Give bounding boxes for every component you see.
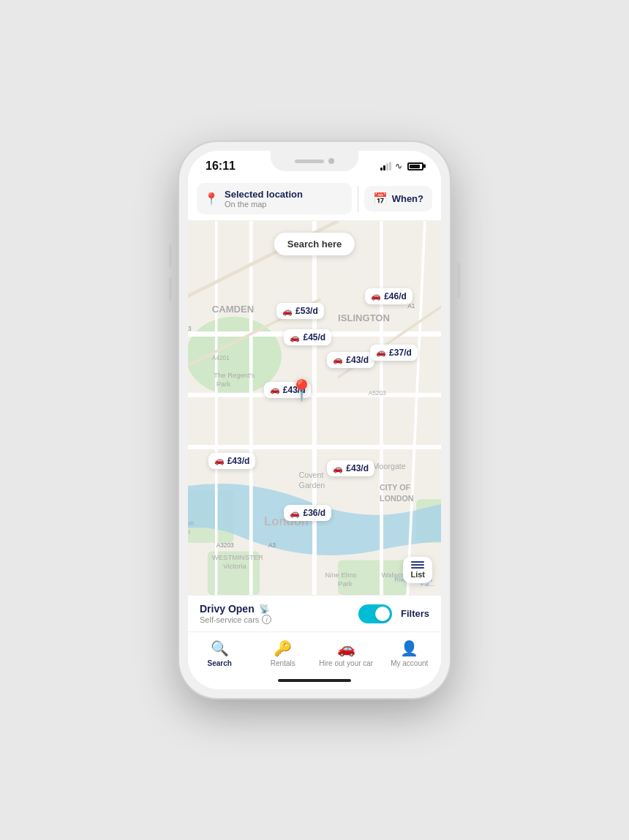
nav-item-search[interactable]: 🔍 Search: [188, 632, 252, 672]
price-label: £45/d: [303, 332, 325, 342]
price-tag-p3[interactable]: 🚗£45/d: [284, 329, 331, 345]
price-tag-p5[interactable]: 🚗£37/d: [370, 345, 418, 361]
car-icon: 🚗: [333, 355, 343, 364]
svg-text:A3: A3: [268, 541, 276, 549]
price-label: £43/d: [227, 456, 250, 466]
svg-text:CITY OF: CITY OF: [380, 483, 410, 492]
info-icon[interactable]: i: [262, 615, 271, 624]
price-label: £53/d: [295, 306, 318, 316]
front-camera: [328, 158, 334, 164]
search-icon: 🔍: [211, 640, 229, 657]
nav-items: 🔍 Search 🔑 Rentals 🚗 Hire out your car 👤…: [188, 632, 441, 672]
hire-icon: 🚗: [337, 640, 355, 657]
when-label: When?: [392, 193, 423, 204]
car-icon: 🚗: [376, 348, 386, 357]
drivy-title-row: Drivy Open 📡: [200, 603, 271, 615]
power-button: [457, 263, 460, 298]
price-label: £43/d: [346, 355, 369, 365]
vol-up-button: [169, 244, 172, 268]
price-label: £43/d: [346, 463, 369, 473]
wifi-icon: ∿: [395, 161, 402, 171]
price-tag-p2[interactable]: 🚗£46/d: [365, 288, 413, 304]
svg-text:A503: A503: [188, 325, 192, 332]
svg-text:LONDON: LONDON: [380, 494, 413, 503]
location-title: Selected location: [225, 189, 303, 200]
rentals-icon: 🔑: [274, 640, 292, 657]
toggle-knob: [375, 607, 390, 621]
svg-text:Park: Park: [216, 380, 231, 388]
price-tag-p7[interactable]: 🚗£43/d: [208, 453, 256, 469]
svg-text:The Regent's: The Regent's: [214, 371, 255, 379]
car-icon: 🚗: [270, 385, 280, 394]
drivy-toggle[interactable]: [358, 604, 392, 623]
car-icon: 🚗: [290, 333, 300, 342]
car-icon: 🚗: [214, 456, 225, 465]
search-here-label: Search here: [287, 239, 342, 250]
when-button[interactable]: 📅 When?: [364, 186, 432, 211]
drivy-info: Drivy Open 📡 Self-service cars i: [200, 603, 271, 624]
svg-text:A4201: A4201: [212, 354, 230, 361]
svg-text:A3203: A3203: [216, 541, 234, 549]
price-tag-p9[interactable]: 🚗£36/d: [284, 505, 331, 521]
drivy-bar: Drivy Open 📡 Self-service cars i Filters: [188, 595, 441, 631]
svg-text:Park: Park: [338, 580, 353, 588]
search-here-button[interactable]: Search here: [274, 233, 355, 255]
divider: [358, 186, 358, 212]
notch: [271, 151, 358, 171]
drivy-controls: Filters: [358, 604, 429, 623]
price-tag-p1[interactable]: 🚗£53/d: [276, 303, 324, 319]
drivy-subtitle-text: Self-service cars: [200, 615, 259, 624]
home-bar: [278, 679, 351, 682]
bottom-navigation: 🔍 Search 🔑 Rentals 🚗 Hire out your car 👤…: [188, 631, 441, 672]
home-indicator: [188, 672, 441, 689]
search-label: Search: [208, 659, 232, 667]
car-icon: 🚗: [371, 291, 381, 301]
calendar-icon: 📅: [373, 192, 388, 206]
location-selector[interactable]: 📍 Selected location On the map: [197, 183, 352, 214]
status-time: 16:11: [206, 160, 236, 173]
nav-item-account[interactable]: 👤 My account: [378, 632, 442, 672]
drivy-subtitle: Self-service cars i: [200, 615, 271, 624]
svg-text:Nine Elms: Nine Elms: [325, 571, 357, 579]
svg-text:CAMDEN: CAMDEN: [212, 304, 254, 315]
car-icon: 🚗: [333, 464, 343, 473]
speaker: [295, 160, 324, 163]
list-icon: [411, 561, 424, 569]
price-label: £46/d: [384, 291, 407, 301]
phone-frame: 16:11 ∿ 📍 Selected location: [179, 142, 450, 698]
filters-button[interactable]: Filters: [401, 608, 429, 619]
svg-text:arden: arden: [188, 528, 190, 536]
nav-item-rentals[interactable]: 🔑 Rentals: [252, 632, 315, 672]
pin-icon: 📍: [204, 192, 219, 206]
price-tag-p8[interactable]: 🚗£43/d: [327, 460, 374, 476]
map[interactable]: A503 A10 A1 A3203 A3 A100 A201 CAMDEN IS…: [188, 221, 441, 595]
location-subtitle: On the map: [225, 200, 303, 209]
list-label: List: [410, 570, 425, 579]
svg-text:A5203: A5203: [369, 389, 386, 397]
price-label: £36/d: [303, 508, 325, 518]
map-background: A503 A10 A1 A3203 A3 A100 A201 CAMDEN IS…: [188, 221, 441, 595]
vol-down-button: [169, 277, 172, 301]
location-bar[interactable]: 📍 Selected location On the map 📅 When?: [188, 177, 441, 221]
svg-text:ISLINGTON: ISLINGTON: [338, 312, 390, 323]
svg-text:WESTMINSTER: WESTMINSTER: [212, 553, 263, 561]
list-button[interactable]: List: [403, 557, 432, 583]
svg-text:igham: igham: [188, 520, 194, 527]
drivy-car-icon: 📡: [259, 604, 270, 614]
status-icons: ∿: [380, 161, 423, 171]
car-icon: 🚗: [282, 307, 293, 316]
location-text: Selected location On the map: [225, 189, 303, 209]
phone-screen: 16:11 ∿ 📍 Selected location: [188, 151, 441, 689]
rentals-label: Rentals: [271, 659, 295, 667]
hire-label: Hire out your car: [319, 659, 373, 667]
svg-text:Victoria: Victoria: [223, 562, 246, 570]
nav-item-hire[interactable]: 🚗 Hire out your car: [314, 632, 378, 672]
price-label: £37/d: [389, 348, 412, 358]
price-tag-p4[interactable]: 🚗£43/d: [327, 352, 374, 368]
battery-icon: [407, 162, 423, 170]
svg-text:Moorgate: Moorgate: [373, 462, 406, 470]
signal-icon: [380, 162, 391, 170]
car-icon: 🚗: [290, 509, 300, 518]
account-label: My account: [391, 659, 428, 667]
map-center-pin: 📍: [289, 378, 314, 402]
